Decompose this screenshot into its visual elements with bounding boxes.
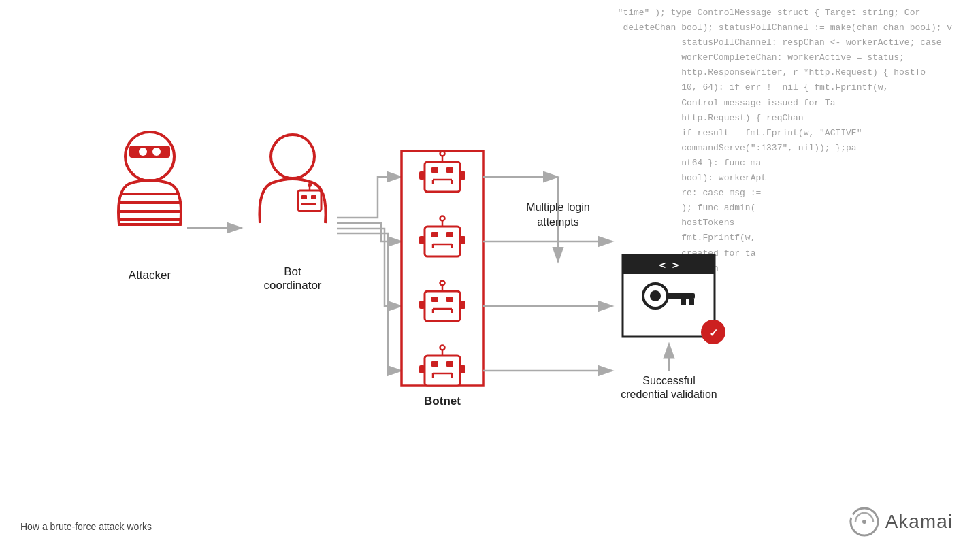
svg-rect-70 xyxy=(668,293,695,299)
svg-rect-27 xyxy=(419,171,425,180)
svg-rect-48 xyxy=(460,301,466,309)
akamai-text: Akamai xyxy=(885,511,953,533)
svg-text:credential validation: credential validation xyxy=(621,388,717,400)
svg-rect-58 xyxy=(460,365,466,373)
svg-rect-13 xyxy=(311,195,316,199)
svg-point-80 xyxy=(862,520,866,524)
diagram-area: Attacker Bot coordinator xyxy=(41,82,926,463)
svg-point-10 xyxy=(271,135,314,178)
svg-text:coordinator: coordinator xyxy=(263,279,321,292)
akamai-logo: Akamai xyxy=(847,505,953,539)
svg-rect-47 xyxy=(419,301,425,309)
svg-rect-19 xyxy=(425,162,460,192)
diagram-svg: Attacker Bot coordinator xyxy=(109,122,858,422)
login-label: Multiple login xyxy=(526,201,589,213)
svg-rect-11 xyxy=(298,190,321,211)
svg-rect-72 xyxy=(689,299,694,305)
svg-rect-30 xyxy=(431,232,438,237)
svg-rect-20 xyxy=(431,167,438,173)
svg-rect-39 xyxy=(425,291,460,321)
akamai-icon xyxy=(847,505,881,539)
bottom-caption: How a brute-force attack works xyxy=(20,521,152,532)
attacker-label: Attacker xyxy=(129,269,172,282)
svg-rect-50 xyxy=(431,361,438,367)
svg-rect-71 xyxy=(681,299,686,305)
svg-rect-41 xyxy=(446,297,453,302)
svg-rect-37 xyxy=(419,236,425,244)
svg-rect-12 xyxy=(301,195,307,199)
svg-rect-21 xyxy=(446,167,453,173)
svg-text:attempts: attempts xyxy=(537,216,578,228)
svg-rect-1 xyxy=(129,146,170,158)
svg-rect-31 xyxy=(446,232,453,237)
svg-text:< >: < > xyxy=(659,258,679,271)
cred-label: Successful xyxy=(642,375,695,386)
svg-rect-28 xyxy=(460,171,466,180)
botnet-label: Botnet xyxy=(424,395,461,407)
svg-rect-57 xyxy=(419,365,425,373)
svg-rect-51 xyxy=(446,361,453,367)
svg-rect-49 xyxy=(425,356,460,386)
svg-rect-40 xyxy=(431,297,438,302)
svg-point-2 xyxy=(139,148,147,156)
svg-rect-38 xyxy=(460,236,466,244)
svg-rect-29 xyxy=(425,227,460,256)
caption-text: How a brute-force attack works xyxy=(20,521,152,532)
svg-point-16 xyxy=(308,183,312,187)
bot-coord-label: Bot xyxy=(284,265,301,278)
svg-text:✓: ✓ xyxy=(709,327,718,339)
svg-point-69 xyxy=(650,290,661,301)
svg-point-3 xyxy=(152,148,161,156)
